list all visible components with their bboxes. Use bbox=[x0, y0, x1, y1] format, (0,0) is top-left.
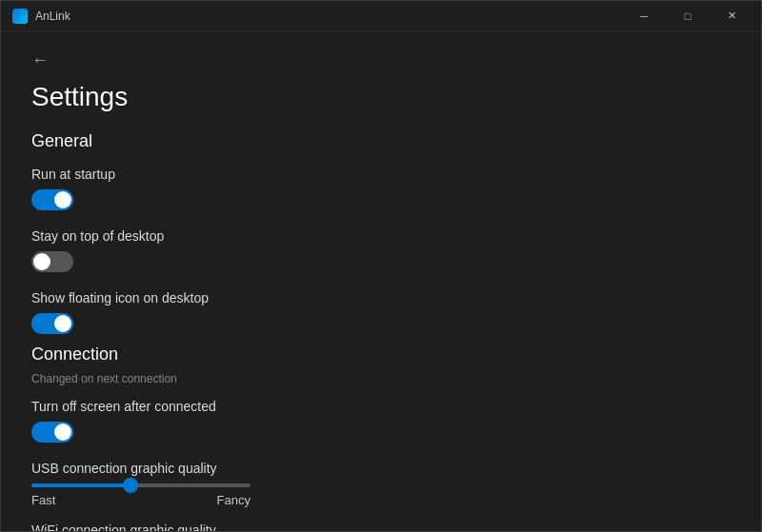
stay-on-top-setting: Stay on top of desktop bbox=[31, 228, 731, 275]
run-at-startup-toggle[interactable] bbox=[31, 189, 73, 210]
usb-quality-setting: USB connection graphic quality Fast Fanc… bbox=[31, 461, 731, 507]
turn-off-screen-setting: Turn off screen after connected bbox=[31, 399, 731, 445]
usb-quality-fancy-label: Fancy bbox=[217, 493, 251, 507]
maximize-button[interactable]: □ bbox=[666, 1, 710, 31]
usb-quality-label: USB connection graphic quality bbox=[31, 461, 731, 476]
show-floating-icon-knob bbox=[54, 315, 71, 332]
back-button[interactable]: ← bbox=[31, 47, 56, 74]
app-icon bbox=[12, 9, 28, 24]
show-floating-icon-setting: Show floating icon on desktop bbox=[31, 290, 731, 337]
general-section-title: General bbox=[31, 131, 731, 151]
connection-subtitle: Changed on next connection bbox=[31, 372, 731, 385]
wifi-quality-setting: WiFi connection graphic quality Fast Fan… bbox=[31, 522, 731, 531]
wifi-quality-label: WiFi connection graphic quality bbox=[31, 522, 731, 531]
titlebar: AnLink ─ □ ✕ bbox=[1, 1, 761, 31]
page-title: Settings bbox=[31, 82, 731, 112]
run-at-startup-setting: Run at startup bbox=[31, 167, 731, 213]
run-at-startup-knob bbox=[54, 191, 71, 208]
content-area: ← Settings General Run at startup Stay o… bbox=[1, 31, 761, 531]
show-floating-icon-toggle[interactable] bbox=[31, 313, 73, 334]
stay-on-top-label: Stay on top of desktop bbox=[31, 228, 731, 244]
connection-section-title: Connection bbox=[31, 345, 731, 365]
titlebar-left: AnLink bbox=[12, 9, 70, 24]
stay-on-top-knob bbox=[33, 253, 50, 270]
turn-off-screen-label: Turn off screen after connected bbox=[31, 399, 731, 414]
run-at-startup-label: Run at startup bbox=[31, 167, 731, 182]
usb-quality-slider-fill bbox=[31, 483, 130, 487]
titlebar-controls: ─ □ ✕ bbox=[622, 1, 753, 31]
stay-on-top-toggle[interactable] bbox=[31, 251, 73, 272]
turn-off-screen-knob bbox=[54, 424, 71, 441]
show-floating-icon-label: Show floating icon on desktop bbox=[31, 290, 731, 305]
minimize-button[interactable]: ─ bbox=[622, 1, 666, 31]
app-window: AnLink ─ □ ✕ ← Settings General Run at s… bbox=[0, 0, 762, 532]
connection-section: Connection Changed on next connection bbox=[31, 345, 731, 385]
turn-off-screen-toggle[interactable] bbox=[31, 422, 73, 443]
usb-quality-slider-container: Fast Fancy bbox=[31, 483, 731, 507]
usb-quality-fast-label: Fast bbox=[31, 493, 55, 507]
titlebar-title: AnLink bbox=[35, 10, 70, 23]
usb-quality-slider-thumb[interactable] bbox=[123, 478, 138, 493]
close-button[interactable]: ✕ bbox=[710, 1, 753, 31]
usb-quality-slider-labels: Fast Fancy bbox=[31, 493, 251, 507]
usb-quality-slider-track[interactable] bbox=[31, 483, 251, 487]
